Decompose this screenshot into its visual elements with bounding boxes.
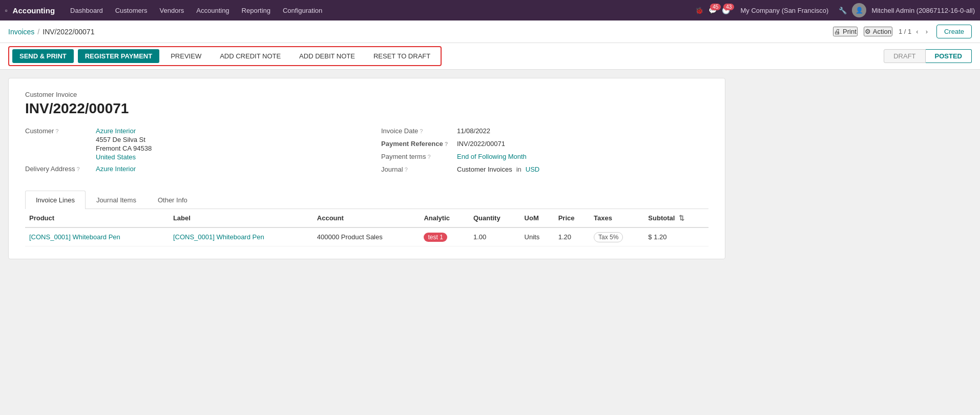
journal-field-value: Customer Invoices in USD xyxy=(457,165,539,173)
col-analytic: Analytic xyxy=(420,209,469,227)
customer-help: ? xyxy=(55,128,58,134)
col-product: Product xyxy=(25,209,169,227)
analytic-badge[interactable]: test 1 xyxy=(424,233,447,242)
table-body: [CONS_0001] Whiteboard Pen [CONS_0001] W… xyxy=(25,227,708,246)
cell-uom: Units xyxy=(520,227,554,246)
clock-badge: 43 xyxy=(723,4,734,10)
journal-value: Customer Invoices xyxy=(457,165,512,173)
app-grid-icon[interactable]: ▫ xyxy=(5,7,8,14)
print-label: Print xyxy=(843,28,857,35)
print-button[interactable]: 🖨 Print xyxy=(833,27,858,36)
breadcrumb-parent[interactable]: Invoices xyxy=(8,28,34,36)
product-link[interactable]: [CONS_0001] Whiteboard Pen xyxy=(29,233,120,241)
customer-name[interactable]: Azure Interior xyxy=(96,127,152,135)
cell-price: 1.20 xyxy=(554,227,590,246)
bug-icon[interactable]: 🐞 xyxy=(695,7,703,14)
customer-addr1: 4557 De Silva St xyxy=(96,136,152,143)
tab-invoice-lines[interactable]: Invoice Lines xyxy=(25,191,86,209)
cell-quantity: 1.00 xyxy=(469,227,520,246)
col-account: Account xyxy=(313,209,420,227)
chat-badge: 45 xyxy=(710,4,721,10)
col-quantity: Quantity xyxy=(469,209,520,227)
status-posted-button[interactable]: POSTED xyxy=(926,49,972,63)
wrench-icon[interactable]: 🔧 xyxy=(839,7,847,14)
payment-ref-value: INV/2022/00071 xyxy=(457,140,505,148)
customer-label: Customer ? xyxy=(25,127,92,135)
breadcrumb-separator: / xyxy=(37,28,39,36)
sub-header-right: 🖨 Print ⚙ Action 1 / 1 ‹ › Create xyxy=(833,25,972,38)
nav-vendors[interactable]: Vendors xyxy=(155,5,190,16)
delivery-address-help: ? xyxy=(77,166,80,172)
subtotal-sort-icon[interactable]: ⇅ xyxy=(679,214,684,222)
nav-reporting[interactable]: Reporting xyxy=(237,5,276,16)
tabs: Invoice Lines Journal Items Other Info xyxy=(25,191,708,209)
col-taxes: Taxes xyxy=(590,209,644,227)
create-button[interactable]: Create xyxy=(936,25,972,38)
sub-header: Invoices / INV/2022/00071 🖨 Print ⚙ Acti… xyxy=(0,20,980,43)
payment-ref-help: ? xyxy=(445,141,448,147)
invoice-fields: Customer ? Azure Interior 4557 De Silva … xyxy=(25,127,708,178)
action-bar: SEND & PRINT REGISTER PAYMENT PREVIEW AD… xyxy=(0,43,980,70)
payment-terms-help: ? xyxy=(427,154,430,160)
breadcrumb-current: INV/2022/00071 xyxy=(43,28,94,36)
reset-to-draft-button[interactable]: RESET TO DRAFT xyxy=(366,49,437,63)
delivery-address-value[interactable]: Azure Interior xyxy=(96,165,136,173)
invoice-table: Product Label Account Analytic Quantity … xyxy=(25,209,708,246)
col-label: Label xyxy=(169,209,313,227)
pagination-text: 1 / 1 xyxy=(899,28,911,35)
nav-customers[interactable]: Customers xyxy=(110,5,153,16)
col-subtotal: Subtotal ⇅ xyxy=(644,209,708,227)
payment-ref-row: Payment Reference ? INV/2022/00071 xyxy=(381,140,708,148)
top-navigation: ▫ Accounting Dashboard Customers Vendors… xyxy=(0,0,980,20)
company-name: My Company (San Francisco) xyxy=(740,7,828,14)
nav-accounting[interactable]: Accounting xyxy=(191,5,234,16)
journal-help: ? xyxy=(405,167,408,173)
customer-addr2: Fremont CA 94538 xyxy=(96,144,152,152)
prev-arrow[interactable]: ‹ xyxy=(913,27,921,36)
breadcrumb: Invoices / INV/2022/00071 xyxy=(8,28,94,36)
delivery-address-field-row: Delivery Address ? Azure Interior xyxy=(25,165,363,173)
add-credit-note-button[interactable]: ADD CREDIT NOTE xyxy=(213,49,288,63)
action-label: Action xyxy=(873,28,891,35)
user-name: Mitchell Admin (20867112-16-0-all) xyxy=(871,7,975,14)
tab-other-info[interactable]: Other Info xyxy=(147,191,198,209)
cell-analytic: test 1 xyxy=(420,227,469,246)
nav-icons: 🐞 💬 45 🕐 43 My Company (San Francisco) 🔧… xyxy=(695,3,975,17)
chat-icon[interactable]: 💬 45 xyxy=(708,7,717,14)
app-name: Accounting xyxy=(13,6,55,15)
label-link[interactable]: [CONS_0001] Whiteboard Pen xyxy=(173,233,264,241)
next-arrow[interactable]: › xyxy=(923,27,930,36)
invoice-date-help: ? xyxy=(420,128,423,134)
status-draft-button[interactable]: DRAFT xyxy=(884,49,925,63)
nav-dashboard[interactable]: Dashboard xyxy=(65,5,108,16)
send-print-button[interactable]: SEND & PRINT xyxy=(12,49,74,63)
tax-badge: Tax 5% xyxy=(594,232,623,242)
invoice-date-value: 11/08/2022 xyxy=(457,127,490,135)
journal-label: Journal ? xyxy=(381,165,453,173)
payment-terms-row: Payment terms ? End of Following Month xyxy=(381,153,708,160)
invoice-right-fields: Invoice Date ? 11/08/2022 Payment Refere… xyxy=(371,127,708,178)
payment-terms-label: Payment terms ? xyxy=(381,153,453,160)
col-uom: UoM xyxy=(520,209,554,227)
customer-address: Azure Interior 4557 De Silva St Fremont … xyxy=(96,127,152,161)
action-button[interactable]: ⚙ Action xyxy=(864,27,892,36)
cell-subtotal: $ 1.20 xyxy=(644,227,708,246)
tab-journal-items[interactable]: Journal Items xyxy=(86,191,147,209)
pagination: 1 / 1 ‹ › xyxy=(899,27,930,36)
cell-account: 400000 Product Sales xyxy=(313,227,420,246)
preview-button[interactable]: PREVIEW xyxy=(163,49,208,63)
payment-terms-value[interactable]: End of Following Month xyxy=(457,153,527,160)
clock-icon[interactable]: 🕐 43 xyxy=(722,7,730,14)
journal-currency[interactable]: USD xyxy=(526,165,539,173)
delivery-address-label: Delivery Address ? xyxy=(25,165,92,173)
invoice-left-fields: Customer ? Azure Interior 4557 De Silva … xyxy=(25,127,363,178)
table-header: Product Label Account Analytic Quantity … xyxy=(25,209,708,227)
cell-label: [CONS_0001] Whiteboard Pen xyxy=(169,227,313,246)
nav-configuration[interactable]: Configuration xyxy=(278,5,327,16)
main-content: Customer Invoice INV/2022/00071 Customer… xyxy=(0,70,980,415)
cell-product: [CONS_0001] Whiteboard Pen xyxy=(25,227,169,246)
register-payment-button[interactable]: REGISTER PAYMENT xyxy=(78,49,159,63)
invoice-number: INV/2022/00071 xyxy=(25,100,708,117)
add-debit-note-button[interactable]: ADD DEBIT NOTE xyxy=(292,49,362,63)
action-bar-outlined: SEND & PRINT REGISTER PAYMENT PREVIEW AD… xyxy=(8,46,442,66)
